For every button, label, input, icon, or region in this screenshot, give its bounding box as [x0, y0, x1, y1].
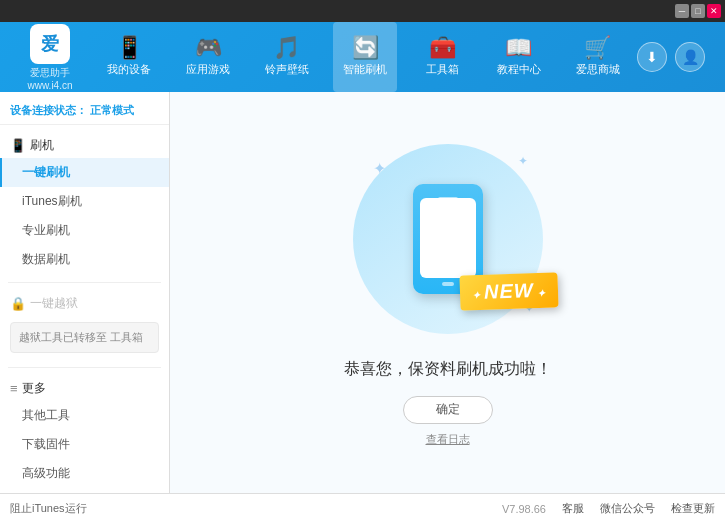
logo-url: www.i4.cn [27, 80, 72, 91]
sidebar-item-save-flash[interactable]: 数据刷机 [0, 245, 169, 274]
titlebar: ─ □ ✕ [0, 0, 725, 22]
flash-section: 📱 刷机 一键刷机 iTunes刷机 专业刷机 数据刷机 [0, 129, 169, 278]
logo[interactable]: 爱 爱思助手 www.i4.cn [10, 24, 90, 91]
jailbreak-section-label: 一键越狱 [30, 295, 78, 312]
tutorial-label: 教程中心 [497, 62, 541, 77]
nav-app-games[interactable]: 🎮 应用游戏 [176, 22, 240, 92]
nav-shop[interactable]: 🛒 爱思商城 [566, 22, 630, 92]
user-button[interactable]: 👤 [675, 42, 705, 72]
more-section-header: ≡ 更多 [0, 376, 169, 401]
phone-screen [420, 198, 476, 278]
flash-section-label: 刷机 [30, 137, 54, 154]
main-nav: 📱 我的设备 🎮 应用游戏 🎵 铃声壁纸 🔄 智能刷机 🧰 工具箱 📖 教程中心… [90, 22, 637, 92]
sidebar-item-advanced[interactable]: 高级功能 [0, 459, 169, 488]
logo-icon: 爱 [30, 24, 70, 64]
logo-name: 爱思助手 [30, 66, 70, 80]
shop-label: 爱思商城 [576, 62, 620, 77]
phone-button [442, 282, 454, 286]
app-games-label: 应用游戏 [186, 62, 230, 77]
more-section-label: 更多 [22, 380, 46, 397]
flash-section-icon: 📱 [10, 138, 26, 153]
download-button[interactable]: ⬇ [637, 42, 667, 72]
success-message: 恭喜您，保资料刷机成功啦！ [344, 359, 552, 380]
success-visual: NEW ✦ ✦ ✦ [348, 139, 548, 339]
divider-1 [8, 282, 161, 283]
ringtone-label: 铃声壁纸 [265, 62, 309, 77]
note-text: 越狱工具已转移至 工具箱 [19, 331, 143, 343]
footer-left: 阻止iTunes运行 [10, 501, 502, 516]
main-layout: 设备连接状态： 正常模式 📱 刷机 一键刷机 iTunes刷机 专业刷机 数据刷… [0, 92, 725, 493]
customer-service-link[interactable]: 客服 [562, 501, 584, 516]
connection-status: 设备连接状态： 正常模式 [0, 97, 169, 125]
sidebar-item-one-click-flash[interactable]: 一键刷机 [0, 158, 169, 187]
confirm-button[interactable]: 确定 [403, 396, 493, 424]
my-device-label: 我的设备 [107, 62, 151, 77]
star-decoration-tr: ✦ [518, 154, 528, 168]
itunes-bar-label: 阻止iTunes运行 [10, 501, 87, 516]
sidebar-item-other-tools[interactable]: 其他工具 [0, 401, 169, 430]
lock-icon: 🔒 [10, 296, 26, 311]
tutorial-icon: 📖 [505, 37, 532, 59]
header: 爱 爱思助手 www.i4.cn 📱 我的设备 🎮 应用游戏 🎵 铃声壁纸 🔄 … [0, 22, 725, 92]
nav-smart-flash[interactable]: 🔄 智能刷机 [333, 22, 397, 92]
jailbreak-note: 越狱工具已转移至 工具箱 [10, 322, 159, 353]
my-device-icon: 📱 [116, 37, 143, 59]
nav-toolbox[interactable]: 🧰 工具箱 [412, 22, 472, 92]
minimize-button[interactable]: ─ [675, 4, 689, 18]
jailbreak-section-header: 🔒 一键越狱 [0, 291, 169, 316]
wechat-link[interactable]: 微信公众号 [600, 501, 655, 516]
maximize-button[interactable]: □ [691, 4, 705, 18]
app-games-icon: 🎮 [195, 37, 222, 59]
divider-2 [8, 367, 161, 368]
more-section: ≡ 更多 其他工具 下载固件 高级功能 [0, 372, 169, 492]
nav-ringtone[interactable]: 🎵 铃声壁纸 [255, 22, 319, 92]
sidebar: 设备连接状态： 正常模式 📱 刷机 一键刷机 iTunes刷机 专业刷机 数据刷… [0, 92, 170, 493]
smart-flash-icon: 🔄 [352, 37, 379, 59]
content-area: NEW ✦ ✦ ✦ 恭喜您，保资料刷机成功啦！ 确定 查看日志 [170, 92, 725, 493]
check-update-link[interactable]: 检查更新 [671, 501, 715, 516]
close-button[interactable]: ✕ [707, 4, 721, 18]
star-decoration-tl: ✦ [373, 159, 386, 178]
sidebar-item-itunes-flash[interactable]: iTunes刷机 [0, 187, 169, 216]
new-badge: NEW [459, 272, 558, 310]
toolbox-icon: 🧰 [429, 37, 456, 59]
smart-flash-label: 智能刷机 [343, 62, 387, 77]
view-log-link[interactable]: 查看日志 [426, 432, 470, 447]
nav-tutorial[interactable]: 📖 教程中心 [487, 22, 551, 92]
ringtone-icon: 🎵 [273, 37, 300, 59]
footer: 阻止iTunes运行 V7.98.66 客服 微信公众号 检查更新 [0, 493, 725, 523]
sidebar-item-download-firmware[interactable]: 下载固件 [0, 430, 169, 459]
status-label: 设备连接状态： [10, 104, 87, 116]
jailbreak-section: 🔒 一键越狱 越狱工具已转移至 工具箱 [0, 287, 169, 363]
nav-my-device[interactable]: 📱 我的设备 [97, 22, 161, 92]
version-label: V7.98.66 [502, 503, 546, 515]
shop-icon: 🛒 [584, 37, 611, 59]
footer-right: V7.98.66 客服 微信公众号 检查更新 [502, 501, 715, 516]
sidebar-item-pro-flash[interactable]: 专业刷机 [0, 216, 169, 245]
status-value: 正常模式 [90, 104, 134, 116]
header-actions: ⬇ 👤 [637, 42, 715, 72]
more-section-icon: ≡ [10, 381, 18, 396]
flash-section-header: 📱 刷机 [0, 133, 169, 158]
toolbox-label: 工具箱 [426, 62, 459, 77]
